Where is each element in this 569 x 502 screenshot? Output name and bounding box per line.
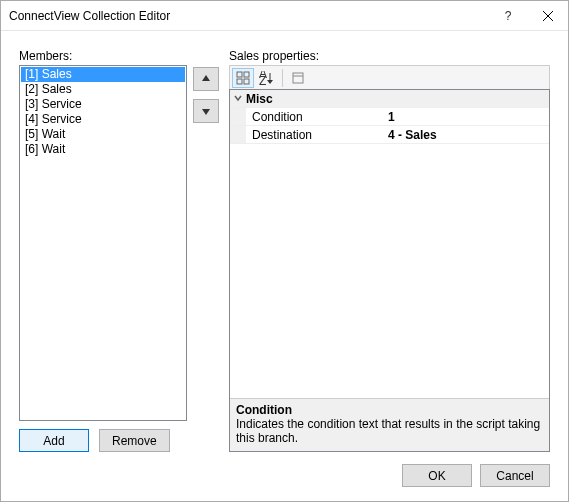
svg-rect-6 [237, 79, 242, 84]
categorized-icon [236, 71, 250, 85]
property-pages-icon [291, 71, 305, 85]
property-pages-button[interactable] [287, 68, 309, 88]
add-button[interactable]: Add [19, 429, 89, 452]
dialog-window: ConnectView Collection Editor ? Members:… [0, 0, 569, 502]
list-item[interactable]: [3] Service [21, 97, 185, 112]
close-button[interactable] [528, 2, 568, 30]
property-grid-body[interactable]: Misc Condition1Destination4 - Sales [230, 90, 549, 398]
chevron-down-icon [230, 92, 246, 106]
svg-text:Z: Z [259, 74, 266, 85]
svg-rect-5 [244, 72, 249, 77]
move-up-button[interactable] [193, 67, 219, 91]
panes: Members: [1] Sales[2] Sales[3] Service[4… [19, 49, 550, 452]
svg-rect-12 [293, 73, 303, 83]
property-name: Condition [246, 110, 386, 124]
members-label: Members: [19, 49, 219, 63]
properties-label: Sales properties: [229, 49, 550, 63]
propertygrid-toolbar: A Z [229, 65, 550, 89]
arrow-down-icon [201, 106, 211, 116]
close-icon [543, 11, 553, 21]
categorized-button[interactable] [232, 68, 254, 88]
move-down-button[interactable] [193, 99, 219, 123]
property-value[interactable]: 1 [386, 110, 549, 124]
content-area: Members: [1] Sales[2] Sales[3] Service[4… [1, 31, 568, 501]
svg-marker-3 [202, 109, 210, 115]
svg-rect-4 [237, 72, 242, 77]
svg-marker-11 [267, 80, 273, 84]
property-value[interactable]: 4 - Sales [386, 128, 549, 142]
property-name: Destination [246, 128, 386, 142]
alphabetical-button[interactable]: A Z [256, 68, 278, 88]
svg-marker-2 [202, 75, 210, 81]
dialog-footer: OK Cancel [19, 452, 550, 487]
members-pane: Members: [1] Sales[2] Sales[3] Service[4… [19, 49, 219, 452]
property-help-panel: Condition Indicates the condition text t… [230, 398, 549, 451]
property-row[interactable]: Destination4 - Sales [230, 126, 549, 144]
cancel-button[interactable]: Cancel [480, 464, 550, 487]
property-row[interactable]: Condition1 [230, 108, 549, 126]
remove-button[interactable]: Remove [99, 429, 170, 452]
list-item[interactable]: [6] Wait [21, 142, 185, 157]
list-item[interactable]: [1] Sales [21, 67, 185, 82]
property-grid: Misc Condition1Destination4 - Sales Cond… [229, 89, 550, 452]
ok-button[interactable]: OK [402, 464, 472, 487]
question-icon: ? [505, 9, 512, 23]
alphabetical-sort-icon: A Z [259, 71, 275, 85]
list-item[interactable]: [2] Sales [21, 82, 185, 97]
svg-rect-7 [244, 79, 249, 84]
category-row[interactable]: Misc [230, 90, 549, 108]
category-name: Misc [246, 92, 273, 106]
toolbar-separator [282, 69, 283, 87]
members-listbox[interactable]: [1] Sales[2] Sales[3] Service[4] Service… [19, 65, 187, 421]
list-item[interactable]: [5] Wait [21, 127, 185, 142]
help-property-description: Indicates the condition text that result… [236, 417, 543, 445]
window-title: ConnectView Collection Editor [9, 9, 488, 23]
titlebar: ConnectView Collection Editor ? [1, 1, 568, 31]
help-property-name: Condition [236, 403, 543, 417]
help-button[interactable]: ? [488, 2, 528, 30]
arrow-up-icon [201, 74, 211, 84]
properties-pane: Sales properties: A Z [229, 49, 550, 452]
list-item[interactable]: [4] Service [21, 112, 185, 127]
